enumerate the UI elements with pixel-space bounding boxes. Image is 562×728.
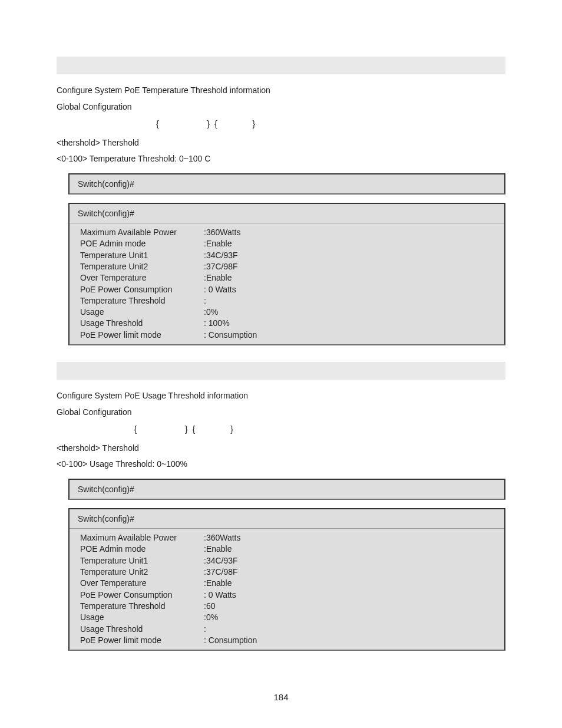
output-row: Temperature Unit2:37C/98F (80, 261, 494, 272)
argument-line: <thershold> Thershold (57, 443, 505, 454)
terminal-prompt: Switch(config)# poe usage-threshold 60 (70, 480, 504, 499)
output-row: POE Admin mode:Enable (80, 238, 494, 249)
section-mode: Global Configuration (57, 407, 505, 419)
output-row: Usage Threshold: 100% (80, 318, 494, 329)
syntax-line: poe usage-threshold { <thershold> } { <0… (57, 424, 505, 436)
output-row: Maximum Available Power:360Watts (80, 532, 494, 543)
section-mode: Global Configuration (57, 101, 505, 113)
output-row: Usage:0% (80, 307, 494, 318)
terminal-prompt: Switch(config)# show poe system status (70, 509, 504, 529)
output-row: Temperature Threshold:60 (80, 601, 494, 612)
terminal-command-box: Switch(config)# poe temperature-threshol… (68, 173, 505, 195)
syntax-line: poe temperature-threshold { <thershold> … (57, 118, 505, 130)
output-row: Over Temperature:Enable (80, 578, 494, 589)
output-row: Temperature Unit1:34C/93F (80, 555, 494, 566)
section-description: Configure System PoE Temperature Thresho… (57, 85, 505, 97)
terminal-prompt: Switch(config)# show poe system status (70, 204, 504, 223)
output-row: POE Admin mode:Enable (80, 543, 494, 555)
output-row: Usage Threshold: (80, 624, 494, 635)
argument-line: <0-100> Temperature Threshold: 0~100 C (57, 153, 505, 165)
output-row: PoE Power Consumption: 0 Watts (80, 284, 494, 295)
page-content: Configure System PoE Temperature Thresho… (0, 0, 562, 726)
output-row: PoE Power limit mode: Consumption (80, 635, 494, 646)
output-row: Maximum Available Power:360Watts (80, 227, 494, 238)
terminal-output-box: Switch(config)# show poe system status M… (68, 203, 505, 345)
section-banner (57, 57, 505, 74)
terminal-command-box: Switch(config)# poe usage-threshold 60 (68, 479, 505, 500)
page-number: 184 (57, 692, 505, 702)
output-row: Temperature Threshold: (80, 295, 494, 307)
output-row: Over Temperature:Enable (80, 272, 494, 284)
output-row: PoE Power limit mode: Consumption (80, 330, 494, 341)
output-row: Temperature Unit2:37C/98F (80, 566, 494, 578)
terminal-prompt: Switch(config)# poe temperature-threshol… (70, 174, 504, 193)
terminal-output-box: Switch(config)# show poe system status M… (68, 508, 505, 651)
section-banner (57, 362, 505, 380)
output-row: PoE Power Consumption: 0 Watts (80, 589, 494, 601)
output-row: Temperature Unit1:34C/93F (80, 250, 494, 261)
terminal-output: Maximum Available Power:360Watts POE Adm… (70, 223, 504, 344)
terminal-output: Maximum Available Power:360Watts POE Adm… (70, 529, 504, 650)
argument-line: <0-100> Usage Threshold: 0~100% (57, 459, 505, 470)
output-row: Usage:0% (80, 612, 494, 623)
section-description: Configure System PoE Usage Threshold inf… (57, 390, 505, 402)
argument-line: <thershold> Thershold (57, 137, 505, 149)
